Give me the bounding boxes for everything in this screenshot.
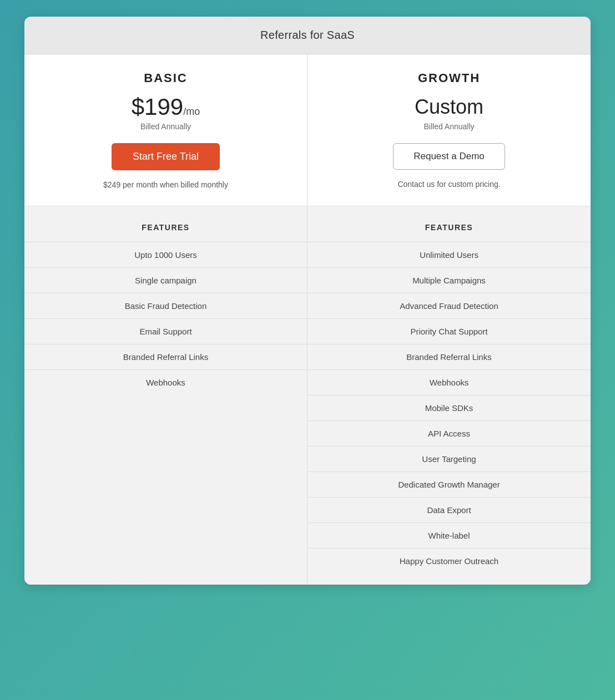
list-item: Upto 1000 Users <box>24 242 307 267</box>
features-row: FEATURES Upto 1000 Users Single campaign… <box>24 206 591 585</box>
list-item: Data Export <box>308 497 591 523</box>
growth-features-title: FEATURES <box>308 217 591 242</box>
list-item: Multiple Campaigns <box>308 267 591 293</box>
growth-note: Contact us for custom pricing. <box>330 180 568 189</box>
list-item: Mobile SDKs <box>308 395 591 420</box>
growth-billed: Billed Annually <box>330 122 568 131</box>
card-header: Referrals for SaaS <box>24 17 591 54</box>
list-item: Branded Referral Links <box>24 344 307 369</box>
list-item: Webhooks <box>308 369 591 395</box>
basic-features-title: FEATURES <box>24 217 307 242</box>
list-item: Webhooks <box>24 369 307 395</box>
growth-plan-header: GROWTH Custom Billed Annually Request a … <box>308 54 591 206</box>
list-item: User Targeting <box>308 446 591 471</box>
list-item: White-label <box>308 523 591 548</box>
growth-plan-name: GROWTH <box>330 71 568 85</box>
list-item: Basic Fraud Detection <box>24 293 307 318</box>
list-item: Dedicated Growth Manager <box>308 471 591 497</box>
list-item: Branded Referral Links <box>308 344 591 369</box>
basic-price: $199/mo <box>132 95 200 119</box>
pricing-card: Referrals for SaaS BASIC $199/mo Billed … <box>24 17 591 585</box>
basic-plan-name: BASIC <box>47 71 285 85</box>
list-item: Advanced Fraud Detection <box>308 293 591 318</box>
growth-price: Custom <box>330 95 568 119</box>
basic-price-row: $199/mo <box>47 95 285 119</box>
basic-note: $249 per month when billed monthly <box>47 180 285 189</box>
request-demo-button[interactable]: Request a Demo <box>393 143 505 170</box>
basic-features-col: FEATURES Upto 1000 Users Single campaign… <box>24 206 308 585</box>
list-item: Priority Chat Support <box>308 318 591 344</box>
start-free-trial-button[interactable]: Start Free Trial <box>112 143 220 170</box>
growth-features-col: FEATURES Unlimited Users Multiple Campai… <box>308 206 591 585</box>
list-item: Happy Customer Outreach <box>308 548 591 574</box>
list-item: API Access <box>308 420 591 446</box>
list-item: Single campaign <box>24 267 307 293</box>
basic-plan-header: BASIC $199/mo Billed Annually Start Free… <box>24 54 308 206</box>
list-item: Email Support <box>24 318 307 344</box>
basic-billed: Billed Annually <box>47 122 285 131</box>
plans-row: BASIC $199/mo Billed Annually Start Free… <box>24 54 591 206</box>
card-title: Referrals for SaaS <box>260 29 355 41</box>
list-item: Unlimited Users <box>308 242 591 267</box>
